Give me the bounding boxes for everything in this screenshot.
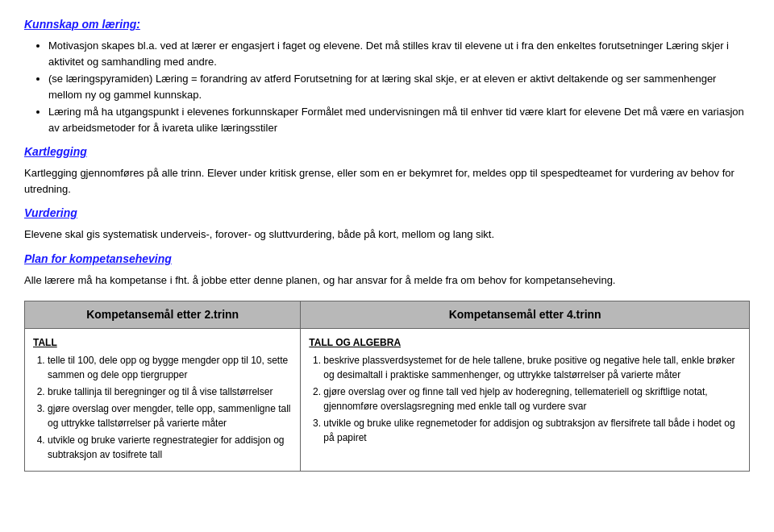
- col1-item-1: telle til 100, dele opp og bygge mengder…: [48, 353, 292, 382]
- learning-item-1: Motivasjon skapes bl.a. ved at lærer er …: [48, 38, 750, 69]
- kartlegging-title: Kartlegging: [24, 143, 750, 160]
- col1-item-4: utvikle og bruke varierte regnestrategie…: [48, 433, 292, 462]
- plan-text: Alle lærere må ha kompetanse i fht. å jo…: [24, 272, 750, 289]
- vurdering-section: Vurdering Elevene skal gis systematisk u…: [24, 205, 750, 243]
- col1-item-2: bruke tallinja til beregninger og til å …: [48, 384, 292, 399]
- col1-content: TALL telle til 100, dele opp og bygge me…: [25, 329, 301, 472]
- col1-header: Kompetansemål etter 2.trinn: [25, 301, 301, 329]
- col1-item-3: gjøre overslag over mengder, telle opp, …: [48, 401, 292, 430]
- kartlegging-section: Kartlegging Kartlegging gjennomføres på …: [24, 143, 750, 197]
- learning-list: Motivasjon skapes bl.a. ved at lærer er …: [48, 38, 750, 135]
- kompetanse-table: Kompetansemål etter 2.trinn Kompetansemå…: [24, 301, 750, 472]
- col2-section-title: TALL OG ALGEBRA: [309, 335, 741, 350]
- col2-item-1: beskrive plassverdsystemet for de hele t…: [323, 353, 741, 382]
- plan-section: Plan for kompetanseheving Alle lærere må…: [24, 251, 750, 289]
- kartlegging-text: Kartlegging gjennomføres på alle trinn. …: [24, 165, 750, 197]
- col2-item-3: utvikle og bruke ulike regnemetoder for …: [323, 416, 741, 445]
- vurdering-text: Elevene skal gis systematisk underveis-,…: [24, 227, 750, 243]
- vurdering-title: Vurdering: [24, 205, 750, 222]
- col1-list: telle til 100, dele opp og bygge mengder…: [48, 353, 292, 462]
- learning-item-3: Læring må ha utgangspunkt i elevenes for…: [48, 104, 750, 135]
- col2-header: Kompetansemål etter 4.trinn: [301, 301, 750, 329]
- col2-list: beskrive plassverdsystemet for de hele t…: [323, 353, 741, 445]
- learning-section: Kunnskap om læring: Motivasjon skapes bl…: [24, 16, 750, 135]
- col2-item-2: gjøre overslag over og finne tall ved hj…: [323, 384, 741, 414]
- plan-title: Plan for kompetanseheving: [24, 251, 750, 268]
- learning-heading: Kunnskap om læring:: [24, 16, 750, 33]
- col1-section-title: TALL: [33, 335, 292, 350]
- learning-item-2: (se læringspyramiden) Læring = forandrin…: [48, 71, 750, 102]
- col2-content: TALL OG ALGEBRA beskrive plassverdsystem…: [301, 329, 750, 472]
- page-container: Kunnskap om læring: Motivasjon skapes bl…: [24, 16, 750, 472]
